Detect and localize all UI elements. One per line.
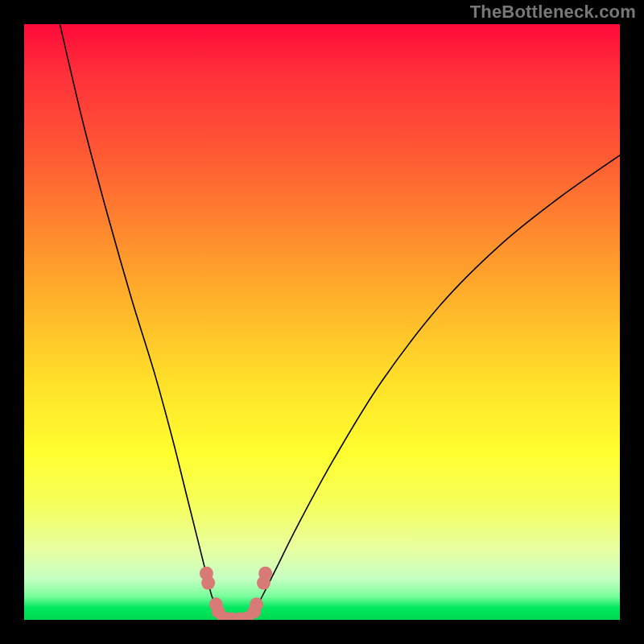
plot-area: [24, 24, 620, 620]
valley-marker: [201, 576, 215, 590]
series-left-branch: [60, 24, 225, 620]
curve-group: [60, 24, 620, 620]
valley-marker: [258, 567, 272, 580]
valley-marker: [250, 597, 263, 611]
curves-layer: [24, 24, 620, 620]
series-right-branch: [248, 155, 621, 620]
chart-container: TheBottleneck.com: [0, 0, 644, 644]
watermark-text: TheBottleneck.com: [470, 2, 636, 23]
